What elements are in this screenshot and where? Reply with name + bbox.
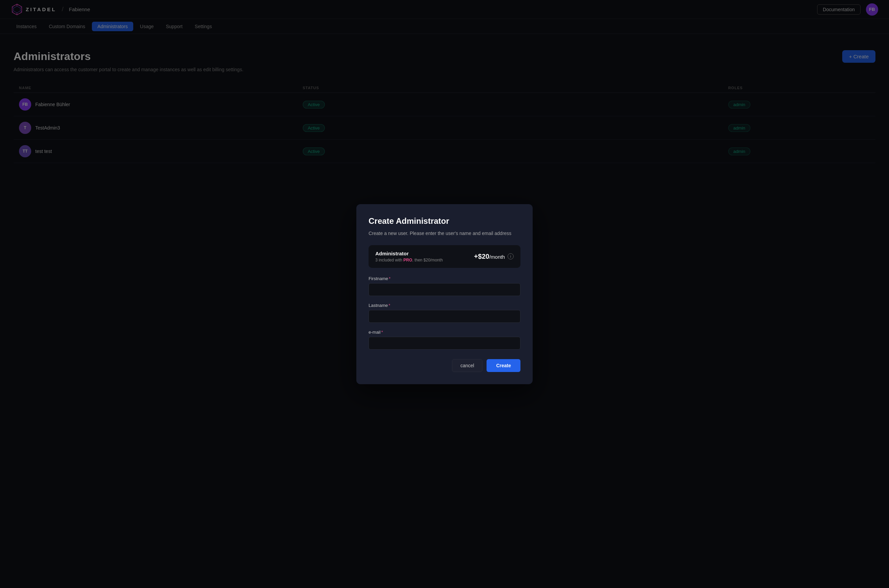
lastname-required: * [388, 303, 390, 308]
modal-footer: cancel Create [369, 359, 520, 372]
pricing-pro-label: PRO [403, 258, 412, 262]
pricing-amount: +$20/month [474, 253, 505, 260]
firstname-group: Firstname* [369, 276, 520, 296]
pricing-sub-prefix: 3 included with [375, 258, 403, 262]
modal-overlay: Create Administrator Create a new user. … [0, 0, 889, 588]
firstname-required: * [389, 276, 391, 281]
pricing-left: Administrator 3 included with PRO, then … [375, 250, 443, 262]
email-group: e-mail* [369, 330, 520, 350]
info-icon[interactable]: i [508, 253, 514, 260]
create-administrator-modal: Create Administrator Create a new user. … [356, 204, 533, 384]
pricing-sub-suffix: , then $20/month [412, 258, 443, 262]
modal-description: Create a new user. Please enter the user… [369, 230, 520, 237]
pricing-right: +$20/month i [474, 253, 514, 260]
lastname-group: Lastname* [369, 303, 520, 323]
email-input[interactable] [369, 337, 520, 350]
modal-create-button[interactable]: Create [487, 359, 520, 372]
pricing-box: Administrator 3 included with PRO, then … [369, 245, 520, 268]
firstname-input[interactable] [369, 283, 520, 296]
cancel-button[interactable]: cancel [452, 359, 483, 372]
email-label: e-mail* [369, 330, 520, 335]
pricing-amount-value: +$20 [474, 253, 489, 260]
firstname-label: Firstname* [369, 276, 520, 281]
lastname-label: Lastname* [369, 303, 520, 308]
email-required: * [381, 330, 383, 335]
pricing-subtitle: 3 included with PRO, then $20/month [375, 258, 443, 262]
lastname-input[interactable] [369, 310, 520, 323]
pricing-title: Administrator [375, 250, 443, 256]
pricing-period: /month [489, 254, 505, 260]
modal-title: Create Administrator [369, 216, 520, 226]
